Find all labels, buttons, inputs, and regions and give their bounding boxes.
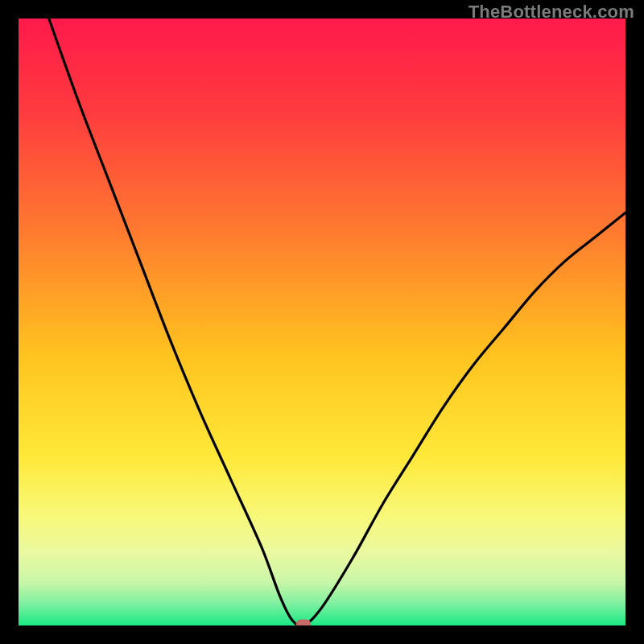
plot-area [19,19,625,625]
chart-frame: TheBottleneck.com [0,0,644,644]
watermark-text: TheBottleneck.com [469,2,634,23]
curve-line [19,19,625,625]
bottleneck-marker [296,620,311,626]
